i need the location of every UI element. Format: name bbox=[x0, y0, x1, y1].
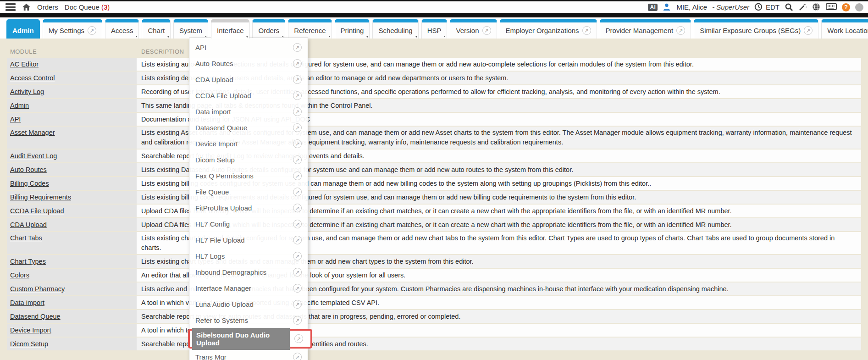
external-link-icon[interactable]: ↗ bbox=[293, 236, 302, 244]
external-link-icon[interactable]: ↗ bbox=[293, 220, 302, 228]
external-link-icon[interactable]: ↗ bbox=[293, 59, 302, 68]
menu-item[interactable]: CCDA File Upload ↗ bbox=[189, 88, 308, 104]
nav-tab[interactable]: Similar Exposure Groups (SEGs) ↗ bbox=[694, 19, 818, 39]
module-link[interactable]: API bbox=[10, 116, 21, 123]
menu-item[interactable]: HL7 File Upload ↗ bbox=[189, 232, 308, 248]
search-icon[interactable] bbox=[785, 3, 793, 11]
globe-icon[interactable] bbox=[812, 3, 821, 11]
user-name[interactable]: MIE, Alice bbox=[676, 3, 707, 11]
module-link[interactable]: Colors bbox=[10, 271, 29, 279]
external-link-icon[interactable]: ↗ bbox=[293, 139, 302, 148]
menu-item[interactable]: Luna Audio Upload ↗ bbox=[189, 296, 308, 312]
home-icon[interactable] bbox=[22, 3, 31, 11]
keyboard-icon[interactable] bbox=[826, 3, 837, 11]
table-row: CCDA File Upload Upload CDA files here d… bbox=[7, 205, 861, 217]
nav-tab[interactable]: Scheduling bbox=[372, 19, 418, 39]
module-link[interactable]: Custom Pharmacy bbox=[10, 285, 65, 293]
module-link[interactable]: Dicom Setup bbox=[10, 340, 48, 348]
external-link-icon[interactable]: ↗ bbox=[293, 353, 302, 360]
nav-tab[interactable]: Chart bbox=[142, 19, 171, 39]
module-link[interactable]: Datasend Queue bbox=[10, 313, 61, 320]
nav-tab[interactable]: HSP bbox=[421, 19, 448, 39]
nav-tab[interactable]: Interface bbox=[211, 19, 249, 39]
chevron-down-icon bbox=[443, 36, 445, 38]
avatar[interactable] bbox=[855, 3, 863, 11]
menu-item-label: File Queue bbox=[195, 188, 229, 196]
external-link-icon[interactable]: ↗ bbox=[293, 43, 302, 52]
menu-item[interactable]: Refer to Systems ↗ bbox=[189, 312, 308, 328]
external-link-icon[interactable]: ↗ bbox=[293, 268, 302, 277]
nav-tab[interactable]: Provider Management ↗ bbox=[600, 19, 691, 39]
nav-tab[interactable]: Orders bbox=[252, 19, 285, 39]
external-link-icon[interactable]: ↗ bbox=[293, 188, 302, 196]
module-link[interactable]: Billing Codes bbox=[10, 180, 49, 187]
menu-item[interactable]: Datasend Queue ↗ bbox=[189, 120, 308, 136]
menu-item[interactable]: HL7 Config ↗ bbox=[189, 216, 308, 232]
module-column-header: MODULE bbox=[7, 48, 137, 55]
external-link-icon[interactable]: ↗ bbox=[293, 172, 302, 180]
menu-item[interactable]: FitProUltra Upload ↗ bbox=[189, 200, 308, 216]
module-link[interactable]: Device Import bbox=[10, 327, 51, 334]
nav-tab[interactable]: System bbox=[173, 19, 208, 39]
nav-tab[interactable]: Version ↗ bbox=[450, 19, 497, 39]
module-link[interactable]: Billing Requirements bbox=[10, 194, 71, 201]
menu-item[interactable]: Inbound Demographics ↗ bbox=[189, 264, 308, 280]
external-link-icon[interactable]: ↗ bbox=[293, 204, 302, 212]
menu-item[interactable]: HL7 Logs ↗ bbox=[189, 248, 308, 264]
external-link-icon[interactable]: ↗ bbox=[293, 252, 302, 260]
external-link-icon[interactable]: ↗ bbox=[293, 107, 302, 116]
ai-badge[interactable]: AI bbox=[648, 4, 658, 11]
menu-item[interactable]: Device Import ↗ bbox=[189, 136, 308, 152]
menu-item[interactable]: Data import ↗ bbox=[189, 104, 308, 120]
menu-item[interactable]: Fax Q Permissions ↗ bbox=[189, 168, 308, 184]
nav-tab[interactable]: Employer Organizations ↗ bbox=[500, 19, 597, 39]
help-icon[interactable]: ? bbox=[842, 3, 850, 11]
module-link[interactable]: Data import bbox=[10, 299, 44, 306]
external-link-icon[interactable]: ↗ bbox=[293, 284, 302, 293]
menu-item-label: Interface Manager bbox=[195, 284, 251, 292]
orders-link[interactable]: Orders bbox=[37, 3, 58, 11]
external-link-icon[interactable]: ↗ bbox=[293, 123, 302, 132]
module-link[interactable]: Activity Log bbox=[10, 88, 44, 95]
menu-item[interactable]: File Queue ↗ bbox=[189, 184, 308, 200]
nav-tab[interactable]: Work Locations ↗ bbox=[821, 19, 868, 39]
module-link[interactable]: Access Control bbox=[10, 74, 55, 82]
menu-item[interactable]: Dicom Setup ↗ bbox=[189, 152, 308, 168]
hamburger-menu-icon[interactable] bbox=[6, 2, 16, 12]
module-link[interactable]: Admin bbox=[10, 102, 29, 109]
menu-item[interactable]: CDA Upload ↗ bbox=[189, 72, 308, 88]
module-cell: Asset Manager bbox=[7, 127, 137, 149]
menu-item[interactable]: Interface Manager ↗ bbox=[189, 280, 308, 296]
nav-tab[interactable]: Reference bbox=[288, 19, 332, 39]
module-cell: Dicom Setup bbox=[7, 338, 137, 350]
menu-item[interactable]: Trans Mgr ↗ bbox=[189, 349, 308, 360]
doc-queue-link[interactable]: Doc Queue (3) bbox=[65, 3, 110, 11]
module-link[interactable]: Chart Tabs bbox=[10, 234, 42, 242]
menu-item[interactable]: API ↗ bbox=[189, 39, 308, 55]
external-link-icon[interactable]: ↗ bbox=[293, 91, 302, 100]
menu-item[interactable]: Auto Routes ↗ bbox=[189, 55, 308, 72]
external-link-icon[interactable]: ↗ bbox=[293, 316, 302, 325]
nav-tab[interactable]: Admin bbox=[6, 19, 40, 39]
menu-item[interactable]: Sibelsound Duo Audio Upload ↗ bbox=[188, 329, 312, 349]
table-row: Datasend Queue Searchable report to view… bbox=[7, 310, 861, 323]
module-link[interactable]: AC Editor bbox=[10, 61, 39, 68]
nav-tab[interactable]: My Settings ↗ bbox=[43, 19, 102, 39]
module-link[interactable]: Asset Manager bbox=[10, 129, 55, 136]
menu-item-label: Device Import bbox=[195, 140, 238, 148]
table-row: Billing Requirements Lists existing bill… bbox=[7, 191, 861, 204]
wand-icon[interactable] bbox=[798, 3, 807, 11]
external-link-icon[interactable]: ↗ bbox=[293, 155, 302, 164]
clock-icon[interactable] bbox=[754, 3, 763, 11]
module-link[interactable]: CCDA File Upload bbox=[10, 207, 64, 215]
external-link-icon[interactable]: ↗ bbox=[294, 334, 303, 343]
module-link[interactable]: CDA Upload bbox=[10, 221, 47, 228]
external-link-icon[interactable]: ↗ bbox=[293, 75, 302, 84]
external-link-icon[interactable]: ↗ bbox=[293, 300, 302, 309]
module-link[interactable]: Chart Types bbox=[10, 258, 46, 265]
module-link[interactable]: Audit Event Log bbox=[10, 152, 57, 160]
nav-tab[interactable]: Access bbox=[105, 19, 139, 39]
nav-tab[interactable]: Printing bbox=[335, 19, 370, 39]
menu-item-label: Datasend Queue bbox=[195, 124, 247, 132]
module-link[interactable]: Auto Routes bbox=[10, 166, 47, 173]
